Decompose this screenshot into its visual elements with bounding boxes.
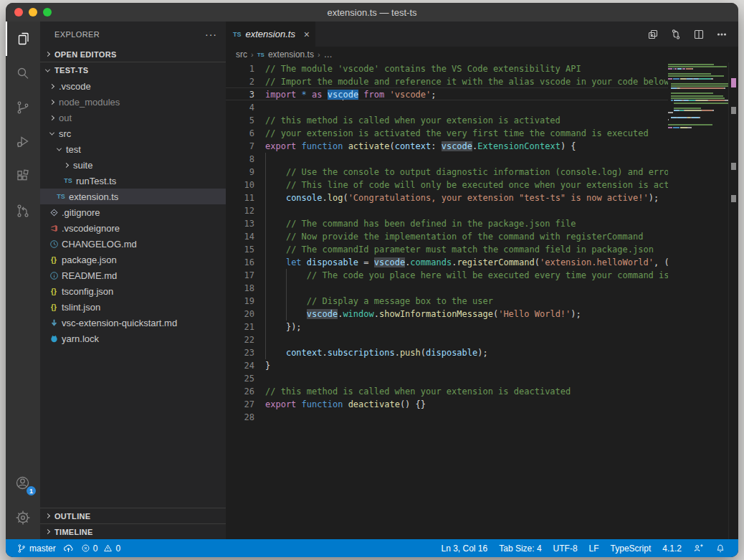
code-line-13[interactable]: 13 // The command has been defined in th… (226, 217, 668, 230)
breadcrumb-folder[interactable]: src (236, 49, 247, 60)
code-line-23[interactable]: 23 context.subscriptions.push(disposable… (226, 346, 668, 359)
language-mode-status[interactable]: TypeScript (605, 544, 657, 554)
line-number[interactable]: 21 (226, 321, 254, 333)
line-number[interactable]: 26 (226, 385, 254, 398)
code-line-22[interactable]: 22 (226, 333, 668, 346)
line-number[interactable]: 17 (226, 269, 254, 282)
split-editor-icon[interactable] (692, 28, 705, 41)
outline-section[interactable]: OUTLINE (40, 508, 226, 523)
search-icon[interactable] (6, 56, 40, 90)
line-number[interactable]: 5 (226, 114, 254, 127)
open-editors-section[interactable]: OPEN EDITORS (40, 47, 226, 62)
cursor-position-status[interactable]: Ln 3, Col 16 (435, 544, 493, 554)
tree-item-tslint.json[interactable]: {}tslint.json (40, 299, 226, 315)
settings-gear-icon[interactable] (6, 500, 40, 535)
tree-item-package.json[interactable]: {}package.json (40, 252, 226, 267)
notifications-button[interactable] (710, 544, 731, 554)
breadcrumb-file[interactable]: extension.ts (268, 49, 314, 60)
code-line-17[interactable]: 17 // The code you place here will be ex… (226, 269, 668, 282)
line-number[interactable]: 24 (226, 359, 254, 372)
line-number[interactable]: 8 (226, 153, 254, 166)
problems-status[interactable]: 0 0 (77, 539, 124, 557)
code-line-4[interactable]: 4 (226, 101, 668, 114)
tree-item-vsc-extension-quickstart.md[interactable]: vsc-extension-quickstart.md (40, 315, 226, 331)
workspace-root-section[interactable]: TEST-TS (40, 62, 226, 78)
indentation-status[interactable]: Tab Size: 4 (493, 544, 547, 554)
line-number[interactable]: 27 (226, 398, 254, 411)
code-line-21[interactable]: 21 }); (226, 321, 668, 333)
line-number[interactable]: 28 (226, 411, 254, 424)
accounts-icon[interactable]: 1 (6, 466, 40, 500)
tree-item-.gitignore[interactable]: .gitignore (40, 204, 226, 220)
code-line-27[interactable]: 27export function deactivate() {} (226, 398, 668, 411)
tree-item-extension.ts[interactable]: TSextension.ts (40, 189, 226, 204)
breadcrumb-symbol-more[interactable]: … (324, 49, 333, 60)
line-number[interactable]: 3 (226, 88, 254, 101)
minimap[interactable] (668, 62, 728, 539)
eol-status[interactable]: LF (583, 544, 605, 554)
close-tab-icon[interactable]: × (304, 29, 310, 40)
code-line-25[interactable]: 25 (226, 372, 668, 385)
more-actions-icon[interactable] (715, 28, 728, 41)
line-number[interactable]: 12 (226, 204, 254, 217)
open-changes-icon[interactable] (647, 28, 659, 41)
line-number[interactable]: 16 (226, 256, 254, 269)
code-line-9[interactable]: 9 // Use the console to output diagnosti… (226, 166, 668, 179)
code-line-2[interactable]: 2// Import the module and reference it w… (226, 75, 668, 88)
tree-item-tsconfig.json[interactable]: {}tsconfig.json (40, 283, 226, 299)
git-branch-status[interactable]: master (13, 539, 59, 557)
tree-item-.vscodeignore[interactable]: .vscodeignore (40, 220, 226, 236)
code-line-14[interactable]: 14 // Now provide the implementation of … (226, 230, 668, 243)
code-editor[interactable]: 1// The module 'vscode' contains the VS … (226, 62, 668, 539)
compare-changes-icon[interactable] (669, 28, 682, 41)
line-number[interactable]: 19 (226, 295, 254, 308)
code-line-8[interactable]: 8 (226, 153, 668, 166)
typescript-version-status[interactable]: 4.1.2 (657, 544, 687, 554)
line-number[interactable]: 7 (226, 140, 254, 153)
tree-item-node_modules[interactable]: node_modules (40, 94, 226, 110)
tree-item-.vscode[interactable]: .vscode (40, 78, 226, 94)
extensions-icon[interactable] (6, 159, 40, 194)
code-line-6[interactable]: 6// your extension is activated the very… (226, 127, 668, 140)
code-line-3[interactable]: 3import * as vscode from 'vscode'; (226, 88, 668, 101)
code-line-19[interactable]: 19 // Display a message box to the user (226, 295, 668, 308)
code-line-16[interactable]: 16 let disposable = vscode.commands.regi… (226, 256, 668, 269)
tab-extension-ts[interactable]: TS extension.ts × (226, 22, 316, 47)
code-line-1[interactable]: 1// The module 'vscode' contains the VS … (226, 62, 668, 75)
line-number[interactable]: 11 (226, 191, 254, 204)
line-number[interactable]: 25 (226, 372, 254, 385)
code-line-11[interactable]: 11 console.log('Congratulations, your ex… (226, 191, 668, 204)
line-number[interactable]: 23 (226, 346, 254, 359)
timeline-section[interactable]: TIMELINE (40, 523, 226, 539)
explorer-more-actions-icon[interactable]: ··· (205, 29, 217, 40)
pull-requests-icon[interactable] (6, 194, 40, 228)
line-number[interactable]: 15 (226, 243, 254, 256)
line-number[interactable]: 13 (226, 217, 254, 230)
tree-item-suite[interactable]: suite (40, 157, 226, 173)
tree-item-runTest.ts[interactable]: TSrunTest.ts (40, 173, 226, 189)
run-and-debug-icon[interactable] (6, 125, 40, 159)
code-line-24[interactable]: 24} (226, 359, 668, 372)
tree-item-out[interactable]: out (40, 110, 226, 125)
code-line-26[interactable]: 26// this method is called when your ext… (226, 385, 668, 398)
tree-item-test[interactable]: test (40, 141, 226, 157)
tree-item-CHANGELOG.md[interactable]: CHANGELOG.md (40, 236, 226, 252)
line-number[interactable]: 9 (226, 166, 254, 179)
line-number[interactable]: 1 (226, 62, 254, 75)
explorer-icon[interactable] (6, 22, 40, 56)
line-number[interactable]: 10 (226, 179, 254, 191)
tree-item-README.md[interactable]: README.md (40, 267, 226, 283)
code-line-5[interactable]: 5// this method is called when your exte… (226, 114, 668, 127)
code-line-15[interactable]: 15 // The commandId parameter must match… (226, 243, 668, 256)
line-number[interactable]: 22 (226, 333, 254, 346)
code-line-20[interactable]: 20 vscode.window.showInformationMessage(… (226, 308, 668, 321)
code-line-7[interactable]: 7export function activate(context: vscod… (226, 140, 668, 153)
code-line-28[interactable]: 28 (226, 411, 668, 424)
line-number[interactable]: 6 (226, 127, 254, 140)
line-number[interactable]: 20 (226, 308, 254, 321)
code-line-12[interactable]: 12 (226, 204, 668, 217)
line-number[interactable]: 18 (226, 282, 254, 295)
line-number[interactable]: 14 (226, 230, 254, 243)
feedback-button[interactable] (687, 543, 710, 554)
publish-changes-button[interactable] (59, 539, 77, 557)
